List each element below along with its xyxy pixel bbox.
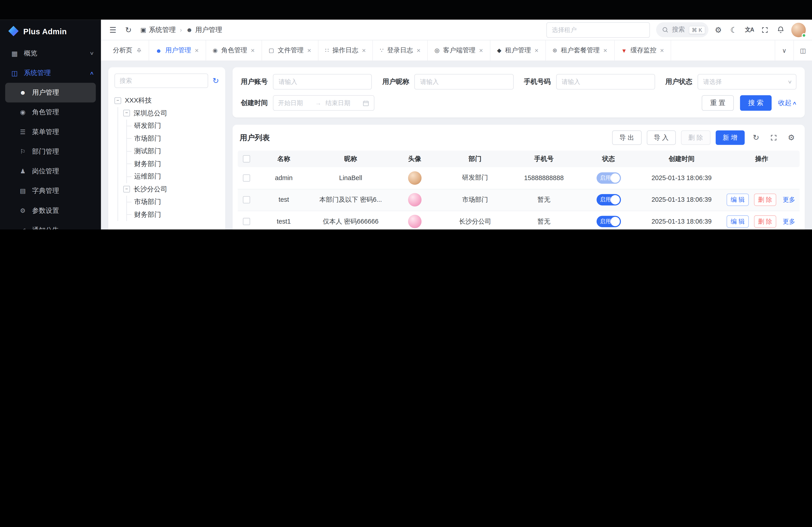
date-range-picker[interactable]: 开始日期 → 结束日期	[273, 95, 374, 111]
sidebar-item-overview[interactable]: ▦ 概览 ∨	[0, 44, 101, 63]
close-icon[interactable]: ×	[660, 47, 664, 54]
user-avatar-image	[408, 171, 422, 185]
translate-icon[interactable]: 文A	[744, 23, 755, 36]
tab-file-management[interactable]: ▢ 文件管理 ×	[262, 40, 318, 61]
tree-node-dept[interactable]: 研发部门	[132, 119, 219, 132]
fullscreen-icon[interactable]	[759, 23, 771, 36]
tree-node-dept[interactable]: 财务部门	[132, 157, 219, 170]
tree-node-dept[interactable]: 财务部门	[132, 208, 219, 221]
collapse-filters-link[interactable]: 收起 ∧	[778, 98, 796, 107]
breadcrumb-current[interactable]: ☻ 用户管理	[186, 25, 222, 34]
phone-input[interactable]	[556, 74, 655, 90]
nickname-input[interactable]	[414, 74, 513, 90]
cell-phone: 暂无	[510, 189, 578, 211]
delete-row-button[interactable]: 删 除	[754, 194, 777, 206]
sidebar-item-post-management[interactable]: ♟ 岗位管理	[5, 161, 96, 181]
import-button[interactable]: 导 入	[647, 131, 676, 145]
row-checkbox[interactable]	[243, 196, 250, 204]
status-toggle[interactable]: 启用	[596, 172, 621, 184]
tree-node-branch[interactable]: − 长沙分公司	[123, 183, 219, 196]
select-all-checkbox[interactable]	[243, 155, 250, 163]
table-header-row: 名称 昵称 头像 部门 手机号 状态 创建时间 操作	[238, 151, 800, 167]
close-icon[interactable]: ×	[362, 47, 366, 54]
more-button[interactable]: 更多	[781, 194, 797, 206]
fullscreen-table-icon[interactable]	[768, 132, 780, 144]
sidebar-item-param-settings[interactable]: ⚙ 参数设置	[5, 201, 96, 221]
close-icon[interactable]: ×	[251, 47, 255, 54]
tab-tenant-management[interactable]: ◆ 租户管理 ×	[490, 40, 546, 61]
tab-analysis[interactable]: 分析页	[106, 40, 149, 61]
sidebar-item-user-management[interactable]: ☻ 用户管理	[5, 83, 96, 102]
post-icon: ♟	[19, 168, 27, 175]
brand[interactable]: Plus Admin	[0, 20, 101, 42]
tree-node-root[interactable]: − XXX科技	[114, 94, 219, 107]
tree-collapse-toggle[interactable]: −	[114, 97, 121, 104]
tabs-dropdown-icon[interactable]: ∨	[775, 40, 794, 61]
column-settings-icon[interactable]: ⚙	[785, 132, 798, 144]
close-icon[interactable]: ×	[307, 47, 311, 54]
tenant-icon: ◆	[497, 47, 502, 54]
cell-dept: 长沙分公司	[440, 211, 510, 229]
tabs-layout-icon[interactable]: ◫	[793, 40, 812, 61]
export-button[interactable]: 导 出	[612, 131, 641, 145]
refresh-table-icon[interactable]: ↻	[750, 132, 762, 144]
edit-button[interactable]: 编 辑	[726, 194, 749, 206]
refresh-page-icon[interactable]: ↻	[123, 23, 134, 36]
close-icon[interactable]: ×	[195, 47, 199, 54]
account-input[interactable]	[273, 74, 372, 90]
tab-cache-monitor[interactable]: ▼ 缓存监控 ×	[614, 40, 671, 61]
tab-role-management[interactable]: ◉ 角色管理 ×	[206, 40, 262, 61]
edit-button[interactable]: 编 辑	[726, 215, 749, 228]
close-icon[interactable]: ×	[603, 47, 607, 54]
search-button[interactable]: 搜 索	[740, 95, 772, 111]
close-icon[interactable]: ×	[479, 47, 483, 54]
pin-icon[interactable]	[136, 48, 142, 53]
tree-search-input[interactable]	[114, 74, 208, 88]
close-icon[interactable]: ×	[417, 47, 420, 54]
status-select[interactable]: ∨	[697, 74, 796, 90]
status-toggle[interactable]: 启用	[596, 216, 621, 227]
add-button[interactable]: 新 增	[715, 131, 745, 145]
tree-node-dept[interactable]: 市场部门	[132, 196, 219, 208]
sidebar-item-dept-management[interactable]: ⚐ 部门管理	[5, 142, 96, 161]
tab-user-management[interactable]: ☻ 用户管理 ×	[149, 40, 206, 61]
hamburger-menu-icon[interactable]: ☰	[107, 23, 119, 36]
tenant-select-input[interactable]	[546, 22, 650, 37]
tab-login-log[interactable]: ∵ 登录日志 ×	[373, 40, 427, 61]
settings-gear-icon[interactable]: ⚙	[712, 23, 724, 36]
status-toggle[interactable]: 启用	[596, 194, 621, 206]
row-checkbox[interactable]	[243, 218, 250, 225]
tab-client-management[interactable]: ◎ 客户端管理 ×	[428, 40, 490, 61]
status-select-input[interactable]	[697, 74, 796, 90]
reset-button[interactable]: 重 置	[702, 95, 734, 111]
column-header-status: 状态	[578, 151, 639, 167]
global-search[interactable]: 搜索 ⌘ K	[656, 22, 709, 37]
user-avatar-image	[408, 193, 422, 207]
sidebar-item-dict-management[interactable]: ▤ 字典管理	[5, 181, 96, 201]
sidebar-item-system-management[interactable]: ◫ 系统管理 ∧	[0, 63, 101, 83]
tree-node-dept[interactable]: 市场部门	[132, 132, 219, 145]
sidebar-item-role-management[interactable]: ◉ 角色管理	[5, 103, 96, 122]
breadcrumb-root[interactable]: ▣ 系统管理	[140, 25, 176, 34]
tree-refresh-icon[interactable]: ↻	[213, 76, 219, 86]
delete-row-button[interactable]: 删 除	[754, 215, 777, 228]
more-button[interactable]: 更多	[781, 215, 797, 228]
tab-operation-log[interactable]: ∷ 操作日志 ×	[318, 40, 373, 61]
tab-controls: ∨ ◫	[775, 40, 812, 61]
user-avatar[interactable]	[791, 22, 806, 37]
notifications-bell-icon[interactable]	[775, 23, 786, 36]
tab-tenant-package[interactable]: ⊛ 租户套餐管理 ×	[546, 40, 615, 61]
toggle-knob	[610, 174, 620, 183]
tree-collapse-toggle[interactable]: −	[123, 110, 130, 117]
delete-button[interactable]: 删 除	[681, 131, 710, 145]
department-icon: ⚐	[19, 148, 27, 155]
tree-collapse-toggle[interactable]: −	[123, 186, 130, 193]
dark-mode-moon-icon[interactable]: ☾	[728, 23, 740, 36]
row-checkbox[interactable]	[243, 175, 250, 182]
tree-node-dept[interactable]: 运维部门	[132, 170, 219, 183]
sidebar-item-menu-management[interactable]: ☰ 菜单管理	[5, 122, 96, 142]
tree-node-branch[interactable]: − 深圳总公司	[123, 107, 219, 119]
close-icon[interactable]: ×	[535, 47, 538, 54]
sidebar-item-notice[interactable]: ◁ 通知公告	[5, 221, 96, 229]
tree-node-dept[interactable]: 测试部门	[132, 145, 219, 157]
